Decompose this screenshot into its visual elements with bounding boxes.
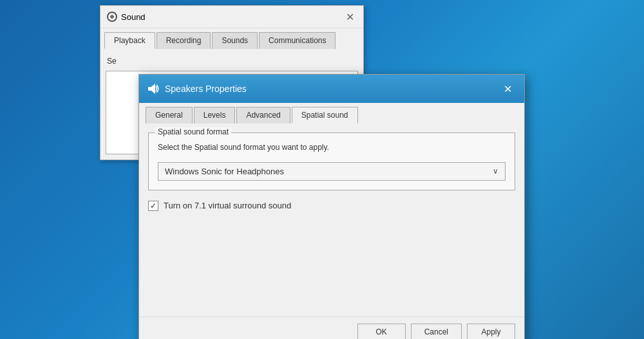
sp-tab-general[interactable]: General (146, 107, 193, 124)
sound-dialog-close-button[interactable]: ✕ (343, 10, 357, 24)
tab-sounds[interactable]: Sounds (212, 32, 258, 49)
cancel-button[interactable]: Cancel (411, 324, 462, 339)
sp-tab-advanced[interactable]: Advanced (236, 107, 290, 124)
sp-tab-levels[interactable]: Levels (194, 107, 236, 124)
speakers-titlebar: Speakers Properties ✕ (139, 75, 524, 103)
sound-dialog-title: Sound (121, 12, 146, 22)
speakers-dialog-title: Speakers Properties (165, 84, 247, 94)
speakers-dialog: Speakers Properties ✕ General Levels Adv… (138, 74, 525, 339)
sound-dialog-titlebar: Sound ✕ (100, 6, 363, 28)
sp-tab-spatial-sound[interactable]: Spatial sound (292, 107, 358, 124)
speakers-dialog-buttons: OK Cancel Apply (139, 316, 524, 339)
speakers-dialog-close-button[interactable]: ✕ (498, 80, 516, 98)
close-icon: ✕ (346, 11, 354, 23)
svg-marker-1 (151, 84, 155, 94)
ok-button[interactable]: OK (357, 324, 406, 339)
tab-communications[interactable]: Communications (259, 32, 336, 49)
speakers-content: Spatial sound format Select the Spatial … (139, 124, 524, 316)
sound-select-label: Se (106, 54, 358, 68)
speakers-tabs-bar: General Levels Advanced Spatial sound (139, 103, 524, 124)
dropdown-arrow-icon: ∨ (493, 167, 498, 176)
group-box-legend: Spatial sound format (155, 127, 231, 136)
checkmark-icon: ✓ (150, 201, 156, 210)
svg-rect-0 (148, 87, 151, 91)
sound-dialog-icon (107, 12, 117, 22)
sound-dialog-title-area: Sound (107, 12, 146, 22)
virtual-surround-checkbox-row: ✓ Turn on 7.1 virtual surround sound (148, 201, 515, 211)
spatial-sound-format-dropdown[interactable]: Windows Sonic for Headphones ∨ (158, 162, 506, 181)
virtual-surround-label: Turn on 7.1 virtual surround sound (164, 201, 291, 210)
speakers-icon (147, 82, 160, 95)
spatial-sound-group: Spatial sound format Select the Spatial … (148, 133, 515, 190)
tab-playback[interactable]: Playback (104, 32, 155, 49)
spatial-sound-description: Select the Spatial sound format you want… (158, 142, 506, 153)
close-icon: ✕ (504, 83, 512, 95)
speakers-title-area: Speakers Properties (147, 82, 247, 95)
dropdown-selected-value: Windows Sonic for Headphones (165, 167, 284, 176)
apply-button[interactable]: Apply (467, 324, 515, 339)
tab-recording[interactable]: Recording (156, 32, 211, 49)
virtual-surround-checkbox[interactable]: ✓ (148, 201, 158, 211)
sound-tabs-bar: Playback Recording Sounds Communications (100, 28, 363, 49)
